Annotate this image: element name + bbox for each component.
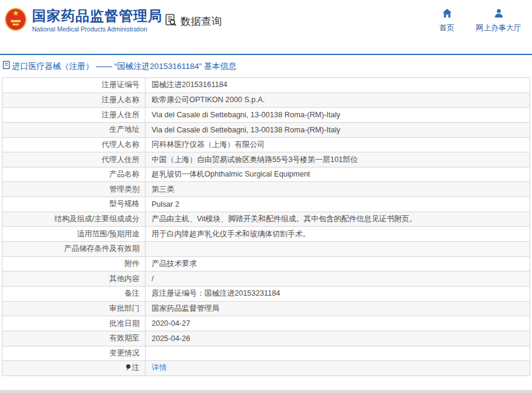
field-value: 用于白内障超声乳化仪手术和玻璃体切割手术。: [146, 227, 530, 242]
logo-link[interactable]: ★ 国家药品监督管理局 National Medical Products Ad…: [5, 7, 162, 33]
field-value: 详情: [146, 361, 530, 376]
field-value: 2020-04-27: [146, 316, 530, 331]
data-query-label: 数据查询: [181, 15, 222, 28]
field-label: 其他内容: [2, 271, 146, 287]
nav-item-label: 网上办事大厅: [476, 23, 521, 33]
table-row: 管理类别第三类: [2, 182, 530, 197]
field-label: 适用范围/预期用途: [2, 227, 146, 242]
user-icon: [494, 8, 504, 23]
page: ★ 国家药品监督管理局 National Medical Products Ad…: [0, 0, 532, 390]
table-row: 产品储存条件及有效期: [2, 242, 530, 257]
field-label: 生产地址: [2, 122, 146, 137]
field-value: Via del Casale di Settebagni, 13-00138 R…: [146, 108, 530, 123]
field-label: 有效期至: [2, 331, 146, 346]
top-nav: 首页 网上办事大厅: [435, 8, 521, 33]
field-value: Via del Casale di Settebagni, 13-00138 R…: [146, 122, 530, 137]
field-value: Pulsar 2: [146, 197, 530, 212]
nav-item-label: 首页: [440, 23, 455, 33]
site-header: ★ 国家药品监督管理局 National Medical Products Ad…: [0, 0, 532, 55]
table-row: 代理人住所中国（上海）自由贸易试验区奥纳路55号3号楼第一层101部位: [2, 152, 530, 167]
table-row: 适用范围/预期用途用于白内障超声乳化仪手术和玻璃体切割手术。: [2, 227, 530, 242]
nav-item-home[interactable]: 首页: [435, 8, 459, 33]
table-row: 注册证编号国械注进20153161184: [2, 78, 530, 93]
field-value: 同科林医疗仪器（上海）有限公司: [146, 137, 530, 152]
field-label: 代理人名称: [2, 137, 146, 152]
field-value: 产品技术要求: [146, 256, 530, 271]
table-row: 代理人名称同科林医疗仪器（上海）有限公司: [2, 137, 530, 152]
table-row: 附件产品技术要求: [2, 256, 530, 271]
field-label: 代理人住所: [2, 152, 146, 167]
table-row: 批准日期2020-04-27: [2, 316, 530, 331]
field-value: 国械注进20153161184: [146, 78, 530, 93]
site-subtitle: National Medical Products Administration: [32, 25, 162, 33]
table-row: 生产地址Via del Casale di Settebagni, 13-001…: [2, 122, 530, 137]
national-emblem-icon: ★: [5, 7, 27, 33]
field-label: 审批部门: [2, 301, 146, 316]
field-value: [146, 346, 530, 361]
home-icon: [442, 8, 452, 23]
page-icon: [2, 60, 12, 72]
table-row: 结构及组成/主要组成成分产品由主机、Vit模块、脚踏开关和配件组成。其中包含的配…: [2, 212, 530, 227]
page-background: [0, 390, 532, 393]
data-query-button[interactable]: 数据查询: [164, 13, 222, 30]
table-row: 型号规格Pulsar 2: [2, 197, 530, 212]
site-title: 国家药品监督管理局: [32, 8, 162, 24]
field-label: 产品储存条件及有效期: [2, 242, 146, 257]
field-value: 超乳玻切一体机Ophthalmic Surgical Equipment: [146, 167, 530, 182]
field-value: 中国（上海）自由贸易试验区奥纳路55号3号楼第一层101部位: [146, 152, 530, 167]
table-row: 注册人名称欧帝康公司OPTIKON 2000 S.p.A.: [2, 93, 530, 108]
brand-text: 国家药品监督管理局 National Medical Products Admi…: [32, 8, 162, 33]
field-value: 原注册证编号：国械注进20153231184: [146, 286, 530, 301]
field-label: 注: [2, 361, 146, 376]
table-row: 产品名称超乳玻切一体机Ophthalmic Surgical Equipment: [2, 167, 530, 182]
document-search-icon: [164, 13, 181, 30]
table-row: 审批部门国家药品监督管理局: [2, 301, 530, 316]
field-value: /: [146, 271, 530, 287]
field-label: 产品名称: [2, 167, 146, 182]
field-label: 型号规格: [2, 197, 146, 212]
table-row: 备注原注册证编号：国械注进20153231184: [2, 286, 530, 301]
table-row: 其他内容/: [2, 271, 530, 287]
field-value: 2025-04-26: [146, 331, 530, 346]
table-row: 注 详情: [2, 361, 530, 376]
breadcrumb: 进口医疗器械（注册） —— “国械注进20153161184” 基本信息: [0, 55, 532, 77]
registration-info-table: 注册证编号国械注进20153161184 注册人名称欧帝康公司OPTIKON 2…: [2, 77, 530, 376]
field-label: 附件: [2, 256, 146, 271]
field-label: 管理类别: [2, 182, 146, 197]
field-label: 备注: [2, 286, 146, 301]
field-label: 批准日期: [2, 316, 146, 331]
table-row: 变更情况: [2, 346, 530, 361]
field-label: 注册人住所: [2, 108, 146, 123]
field-value: 产品由主机、Vit模块、脚踏开关和配件组成。其中包含的配件信息见证书附页。: [146, 212, 530, 227]
table-row: 有效期至2025-04-26: [2, 331, 530, 346]
page-title: 进口医疗器械（注册） —— “国械注进20153161184” 基本信息: [12, 61, 237, 72]
field-label: 注册人名称: [2, 93, 146, 108]
table-row: 注册人住所Via del Casale di Settebagni, 13-00…: [2, 108, 530, 123]
pin-icon: [126, 364, 131, 373]
field-label: 结构及组成/主要组成成分: [2, 212, 146, 227]
field-value: 国家药品监督管理局: [146, 301, 530, 316]
field-value: [146, 242, 530, 257]
field-value: 第三类: [146, 182, 530, 197]
field-value: 欧帝康公司OPTIKON 2000 S.p.A.: [146, 93, 530, 108]
field-label: 注册证编号: [2, 78, 146, 93]
detail-link[interactable]: 详情: [152, 363, 167, 372]
field-label: 变更情况: [2, 346, 146, 361]
nav-item-service-hall[interactable]: 网上办事大厅: [476, 8, 521, 33]
